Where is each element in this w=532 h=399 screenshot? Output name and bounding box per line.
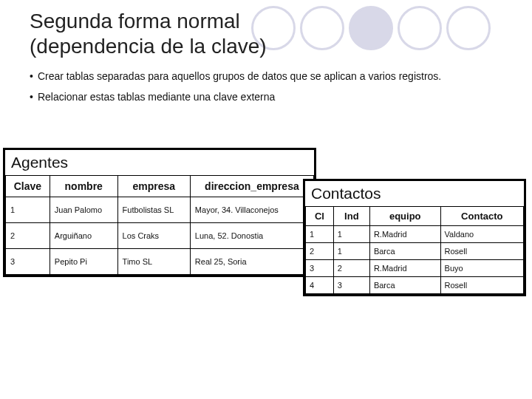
bullet-text: Crear tablas separadas para aquellos gru… xyxy=(38,70,441,82)
table-cell: Futbolistas SL xyxy=(117,197,190,223)
table-cell: 3 xyxy=(6,249,50,275)
table-row: 1 Juan Palomo Futbolistas SL Mayor, 34. … xyxy=(6,197,314,223)
table-cell: 3 xyxy=(306,260,334,277)
bullet-list: • Crear tablas separadas para aquellos g… xyxy=(30,70,514,103)
table-cell: 1 xyxy=(306,226,334,243)
table-header-row: Clave nombre empresa direccion_empresa xyxy=(6,176,314,197)
table-cell: Timo SL xyxy=(117,249,190,275)
table-cell: Rosell xyxy=(440,243,523,260)
col-header: equipo xyxy=(369,207,440,226)
table-cell: Rosell xyxy=(440,277,523,294)
table-cell: 1 xyxy=(333,226,369,243)
table-cell: 3 xyxy=(333,277,369,294)
table-cell: Barca xyxy=(369,243,440,260)
table-cell: 2 xyxy=(333,260,369,277)
bullet-dot-icon: • xyxy=(30,70,33,82)
table-row: 3 2 R.Madrid Buyo xyxy=(306,260,524,277)
table-cell: R.Madrid xyxy=(369,226,440,243)
contactos-title: Contactos xyxy=(305,181,524,206)
table-row: 1 1 R.Madrid Valdano xyxy=(306,226,524,243)
table-cell: R.Madrid xyxy=(369,260,440,277)
table-cell: 4 xyxy=(306,277,334,294)
table-row: 4 3 Barca Rosell xyxy=(306,277,524,294)
table-header-row: Cl Ind equipo Contacto xyxy=(306,207,524,226)
table-cell: Pepito Pi xyxy=(50,249,117,275)
agentes-table: Clave nombre empresa direccion_empresa 1… xyxy=(5,175,314,275)
bullet-item: • Relacionar estas tablas mediante una c… xyxy=(30,91,499,103)
bullet-item: • Crear tablas separadas para aquellos g… xyxy=(30,70,499,82)
col-header: Ind xyxy=(333,207,369,226)
table-cell: Buyo xyxy=(440,260,523,277)
table-cell: 1 xyxy=(6,197,50,223)
table-cell: Mayor, 34. Villaconejos xyxy=(190,197,313,223)
bullet-text: Relacionar estas tablas mediante una cla… xyxy=(38,91,275,103)
contactos-table-block: Contactos Cl Ind equipo Contacto 1 1 R.M… xyxy=(303,179,526,296)
col-header: Contacto xyxy=(440,207,523,226)
title-line-1: Segunda forma normal xyxy=(30,10,240,33)
col-header: Clave xyxy=(6,176,50,197)
table-row: 2 Arguiñano Los Craks Luna, 52. Donostia xyxy=(6,223,314,249)
bullet-dot-icon: • xyxy=(30,91,33,103)
table-row: 3 Pepito Pi Timo SL Real 25, Soria xyxy=(6,249,314,275)
col-header: empresa xyxy=(117,176,190,197)
table-cell: 2 xyxy=(306,243,334,260)
col-header: nombre xyxy=(50,176,117,197)
col-header: Cl xyxy=(306,207,334,226)
agentes-title: Agentes xyxy=(5,150,314,175)
table-cell: Juan Palomo xyxy=(50,197,117,223)
title-line-2: (dependencia de la clave) xyxy=(30,35,267,58)
table-cell: Barca xyxy=(369,277,440,294)
table-cell: Arguiñano xyxy=(50,223,117,249)
agentes-table-block: Agentes Clave nombre empresa direccion_e… xyxy=(3,148,316,277)
col-header: direccion_empresa xyxy=(190,176,313,197)
slide-title: Segunda forma normal (dependencia de la … xyxy=(30,9,514,58)
table-cell: 2 xyxy=(6,223,50,249)
table-cell: Luna, 52. Donostia xyxy=(190,223,313,249)
table-cell: Los Craks xyxy=(117,223,190,249)
table-cell: Real 25, Soria xyxy=(190,249,313,275)
table-row: 2 1 Barca Rosell xyxy=(306,243,524,260)
table-cell: Valdano xyxy=(440,226,523,243)
table-cell: 1 xyxy=(333,243,369,260)
contactos-table: Cl Ind equipo Contacto 1 1 R.Madrid Vald… xyxy=(305,206,524,294)
